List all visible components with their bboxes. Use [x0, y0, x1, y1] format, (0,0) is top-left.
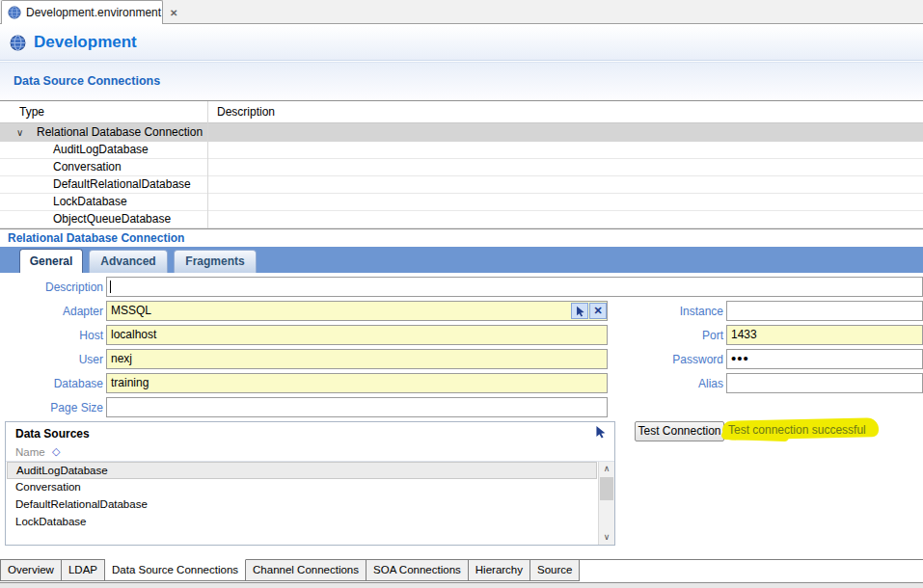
table-row-label: AuditLogDatabase — [53, 142, 149, 158]
status-message: Test connection successful — [728, 423, 866, 437]
tab-fragments[interactable]: Fragments — [174, 250, 257, 273]
chevron-down-icon[interactable]: ∨ — [16, 123, 23, 142]
adapter-label: Adapter — [0, 305, 103, 318]
data-sources-list: AuditLogDatabase Conversation DefaultRel… — [6, 462, 614, 545]
scroll-up-icon[interactable]: ∧ — [599, 462, 614, 476]
list-item-label: LockDatabase — [15, 516, 87, 527]
table-row[interactable]: AuditLogDatabase — [0, 142, 923, 159]
scrollbar-thumb[interactable] — [600, 477, 613, 500]
port-field[interactable]: 1433 — [726, 325, 923, 345]
host-label: Host — [0, 329, 103, 342]
section-band: Data Source Connections — [0, 62, 923, 100]
user-field[interactable]: nexj — [106, 349, 608, 369]
database-label: Database — [0, 377, 103, 390]
scrollbar[interactable]: ∧ ∨ — [598, 462, 614, 545]
data-sources-panel: Data Sources Name ◇ AuditLogDatabase Con… — [5, 421, 615, 546]
pointer-icon[interactable] — [594, 425, 607, 439]
tab-channel-connections[interactable]: Channel Connections — [246, 559, 366, 581]
table-row[interactable]: ObjectQueueDatabase — [0, 211, 923, 228]
page-size-label: Page Size — [0, 401, 103, 414]
table-row[interactable]: DefaultRelationalDatabase — [0, 176, 923, 194]
table-row-label: LockDatabase — [53, 194, 127, 210]
test-connection-result: Test connection successful — [719, 416, 888, 443]
scroll-down-icon[interactable]: ∨ — [599, 530, 614, 545]
table-row[interactable]: Conversation — [0, 159, 923, 176]
connections-table: Type Description ∨ Relational Database C… — [0, 100, 923, 229]
user-label: User — [0, 353, 103, 366]
tab-general[interactable]: General — [19, 249, 83, 273]
tree-group-label: Relational Database Connection — [37, 123, 203, 142]
instance-label: Instance — [617, 305, 723, 318]
tab-soa-connections[interactable]: SOA Connections — [366, 559, 469, 581]
test-connection-button[interactable]: Test Connection — [635, 421, 724, 441]
password-value: ••• — [731, 350, 749, 366]
page-header: Development — [0, 25, 923, 61]
page-size-field[interactable] — [106, 397, 608, 417]
list-item[interactable]: AuditLogDatabase — [7, 462, 597, 479]
list-item-label: DefaultRelationalDatabase — [15, 498, 148, 510]
page-title: Development — [34, 33, 137, 52]
adapter-clear-button[interactable]: ✕ — [589, 303, 607, 319]
user-value: nexj — [111, 352, 132, 365]
list-item[interactable]: LockDatabase — [7, 514, 597, 531]
adapter-select-button[interactable] — [571, 303, 588, 319]
password-field[interactable]: ••• — [726, 349, 923, 369]
section-title: Data Source Connections — [14, 74, 160, 88]
data-sources-title: Data Sources — [15, 427, 90, 441]
tab-hierarchy[interactable]: Hierarchy — [469, 559, 530, 581]
column-header-type[interactable]: Type — [19, 105, 44, 119]
bottom-tab-strip: Overview LDAP Data Source Connections Ch… — [0, 559, 580, 581]
globe-icon — [8, 6, 21, 19]
pointer-icon — [575, 306, 585, 317]
table-row-label: ObjectQueueDatabase — [53, 211, 171, 227]
clear-icon: ✕ — [593, 306, 602, 316]
data-sources-column-header[interactable]: Name ◇ — [6, 443, 614, 462]
adapter-field[interactable]: MSSQL — [106, 301, 608, 321]
database-field[interactable]: training — [106, 373, 608, 393]
alias-label: Alias — [617, 377, 723, 390]
table-row-label: DefaultRelationalDatabase — [53, 176, 191, 193]
tab-ldap[interactable]: LDAP — [62, 559, 105, 581]
detail-tab-bar: General Advanced Fragments — [0, 247, 923, 273]
port-label: Port — [617, 329, 723, 342]
description-field[interactable] — [106, 277, 923, 297]
window-trim — [0, 583, 923, 588]
editor-tab-development-environment[interactable]: Development.environment ✕ — [1, 0, 163, 24]
list-item[interactable]: Conversation — [7, 479, 597, 496]
sort-diamond-icon[interactable]: ◇ — [52, 445, 60, 458]
text-caret — [110, 281, 111, 293]
alias-field[interactable] — [726, 373, 923, 393]
description-label: Description — [0, 281, 103, 294]
detail-section-title: Relational Database Connection — [8, 231, 184, 245]
column-header-description[interactable]: Description — [217, 105, 275, 119]
list-item[interactable]: DefaultRelationalDatabase — [7, 496, 597, 514]
database-value: training — [111, 376, 149, 389]
password-label: Password — [617, 353, 723, 366]
host-value: localhost — [111, 328, 156, 341]
column-divider — [207, 101, 208, 228]
tab-data-source-connections[interactable]: Data Source Connections — [105, 559, 246, 581]
name-column-label: Name — [15, 446, 45, 458]
close-icon[interactable]: ✕ — [170, 8, 177, 18]
tab-source[interactable]: Source — [530, 559, 580, 581]
host-field[interactable]: localhost — [106, 325, 608, 345]
table-row-label: Conversation — [53, 159, 122, 175]
tab-overview[interactable]: Overview — [0, 559, 62, 581]
data-sources-header: Data Sources — [6, 422, 614, 443]
tree-group-relational-database-connection[interactable]: ∨ Relational Database Connection — [0, 123, 923, 142]
table-row[interactable]: LockDatabase — [0, 194, 923, 211]
list-item-label: AuditLogDatabase — [16, 465, 108, 476]
connections-table-header: Type Description — [0, 101, 923, 123]
port-value: 1433 — [731, 328, 757, 341]
tab-advanced[interactable]: Advanced — [89, 250, 168, 273]
list-item-label: Conversation — [15, 481, 81, 493]
editor-tab-title: Development.environment — [26, 6, 161, 19]
globe-icon — [10, 35, 26, 51]
instance-field[interactable] — [726, 301, 923, 321]
editor-tab-strip: Development.environment ✕ — [0, 0, 923, 24]
adapter-value: MSSQL — [111, 304, 151, 317]
